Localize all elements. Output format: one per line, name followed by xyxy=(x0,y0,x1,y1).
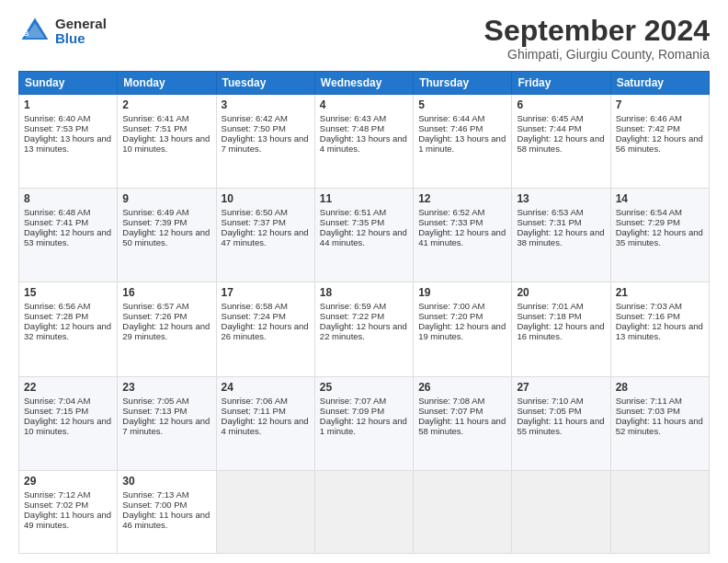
svg-text:B: B xyxy=(23,29,28,38)
title-block: September 2024 Ghimpati, Giurgiu County,… xyxy=(484,15,710,62)
col-saturday: Saturday xyxy=(610,72,709,95)
logo-blue: Blue xyxy=(55,31,107,47)
table-row: 9Sunrise: 6:49 AMSunset: 7:39 PMDaylight… xyxy=(118,189,216,282)
table-row: 6Sunrise: 6:45 AMSunset: 7:44 PMDaylight… xyxy=(512,95,610,189)
table-row: 19Sunrise: 7:00 AMSunset: 7:20 PMDayligh… xyxy=(414,282,512,376)
logo-text: General Blue xyxy=(55,17,107,47)
calendar-table: Sunday Monday Tuesday Wednesday Thursday… xyxy=(18,71,710,554)
table-row: 28Sunrise: 7:11 AMSunset: 7:03 PMDayligh… xyxy=(610,376,709,470)
table-row xyxy=(314,470,413,553)
location-subtitle: Ghimpati, Giurgiu County, Romania xyxy=(484,47,710,62)
col-monday: Monday xyxy=(118,72,216,95)
page: B General Blue September 2024 Ghimpati, … xyxy=(0,0,728,563)
table-row: 26Sunrise: 7:08 AMSunset: 7:07 PMDayligh… xyxy=(414,376,512,470)
table-row: 8Sunrise: 6:48 AMSunset: 7:41 PMDaylight… xyxy=(19,189,118,282)
table-row: 22Sunrise: 7:04 AMSunset: 7:15 PMDayligh… xyxy=(19,376,118,470)
table-row: 2Sunrise: 6:41 AMSunset: 7:51 PMDaylight… xyxy=(118,95,216,189)
table-row: 21Sunrise: 7:03 AMSunset: 7:16 PMDayligh… xyxy=(610,282,709,376)
table-row: 5Sunrise: 6:44 AMSunset: 7:46 PMDaylight… xyxy=(414,95,512,189)
table-row: 25Sunrise: 7:07 AMSunset: 7:09 PMDayligh… xyxy=(314,376,413,470)
logo: B General Blue xyxy=(18,15,107,48)
table-row: 10Sunrise: 6:50 AMSunset: 7:37 PMDayligh… xyxy=(216,189,314,282)
col-sunday: Sunday xyxy=(19,72,118,95)
table-row: 15Sunrise: 6:56 AMSunset: 7:28 PMDayligh… xyxy=(19,282,118,376)
table-row: 29Sunrise: 7:12 AMSunset: 7:02 PMDayligh… xyxy=(19,470,118,553)
table-row: 3Sunrise: 6:42 AMSunset: 7:50 PMDaylight… xyxy=(216,95,314,189)
month-title: September 2024 xyxy=(484,15,710,47)
table-row xyxy=(414,470,512,553)
table-row: 23Sunrise: 7:05 AMSunset: 7:13 PMDayligh… xyxy=(118,376,216,470)
logo-general: General xyxy=(55,17,107,32)
table-row: 17Sunrise: 6:58 AMSunset: 7:24 PMDayligh… xyxy=(216,282,314,376)
table-row: 4Sunrise: 6:43 AMSunset: 7:48 PMDaylight… xyxy=(314,95,413,189)
col-tuesday: Tuesday xyxy=(216,72,314,95)
table-row: 11Sunrise: 6:51 AMSunset: 7:35 PMDayligh… xyxy=(314,189,413,282)
table-row: 27Sunrise: 7:10 AMSunset: 7:05 PMDayligh… xyxy=(512,376,610,470)
table-row: 30Sunrise: 7:13 AMSunset: 7:00 PMDayligh… xyxy=(118,470,216,553)
col-friday: Friday xyxy=(512,72,610,95)
table-row xyxy=(216,470,314,553)
table-row xyxy=(512,470,610,553)
table-row: 1Sunrise: 6:40 AMSunset: 7:53 PMDaylight… xyxy=(19,95,118,189)
table-row: 13Sunrise: 6:53 AMSunset: 7:31 PMDayligh… xyxy=(512,189,610,282)
calendar-header-row: Sunday Monday Tuesday Wednesday Thursday… xyxy=(19,72,710,95)
table-row: 16Sunrise: 6:57 AMSunset: 7:26 PMDayligh… xyxy=(118,282,216,376)
table-row: 12Sunrise: 6:52 AMSunset: 7:33 PMDayligh… xyxy=(414,189,512,282)
header: B General Blue September 2024 Ghimpati, … xyxy=(18,15,710,62)
table-row: 7Sunrise: 6:46 AMSunset: 7:42 PMDaylight… xyxy=(610,95,709,189)
col-wednesday: Wednesday xyxy=(314,72,413,95)
col-thursday: Thursday xyxy=(414,72,512,95)
logo-icon: B xyxy=(18,15,51,48)
table-row xyxy=(610,470,709,553)
table-row: 24Sunrise: 7:06 AMSunset: 7:11 PMDayligh… xyxy=(216,376,314,470)
table-row: 14Sunrise: 6:54 AMSunset: 7:29 PMDayligh… xyxy=(610,189,709,282)
table-row: 18Sunrise: 6:59 AMSunset: 7:22 PMDayligh… xyxy=(314,282,413,376)
table-row: 20Sunrise: 7:01 AMSunset: 7:18 PMDayligh… xyxy=(512,282,610,376)
